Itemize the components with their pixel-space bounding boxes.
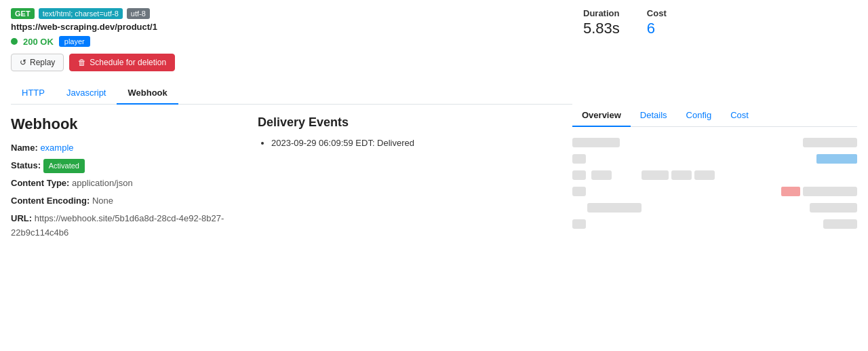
url-label: URL:: [11, 213, 32, 223]
delete-label: Schedule for deletion: [90, 58, 166, 67]
tab-webhook[interactable]: Webhook: [117, 82, 178, 105]
webhook-title: Webhook: [11, 115, 225, 133]
status-code: 200 OK: [23, 37, 54, 47]
request-url: https://web-scraping.dev/product/1: [11, 22, 572, 32]
tab-javascript[interactable]: Javascript: [56, 82, 117, 105]
tab-cost[interactable]: Cost: [721, 105, 758, 127]
tab-overview[interactable]: Overview: [572, 105, 631, 127]
tab-config[interactable]: Config: [677, 105, 722, 127]
player-badge: player: [59, 36, 90, 47]
method-badge: GET: [11, 8, 35, 19]
delivery-item: 2023-09-29 06:09:59 EDT: Delivered: [271, 138, 556, 148]
tab-http[interactable]: HTTP: [11, 82, 56, 105]
activated-badge: Activated: [43, 159, 85, 174]
left-tabs: HTTP Javascript Webhook: [11, 82, 572, 105]
replay-label: Replay: [30, 58, 55, 67]
duration-value: 5.83s: [583, 20, 620, 37]
tag-html-badge: text/html; charset=utf-8: [39, 8, 123, 19]
overview-chart: [572, 135, 857, 229]
tab-details[interactable]: Details: [631, 105, 677, 127]
url-value: https://webhook.site/5b1d6a8d-28cd-4e92-…: [11, 213, 224, 238]
replay-icon: ↺: [20, 58, 26, 67]
delivery-title: Delivery Events: [258, 115, 556, 130]
right-tabs: Overview Details Config Cost: [572, 105, 857, 127]
delete-button[interactable]: 🗑 Schedule for deletion: [69, 54, 175, 71]
name-label: Name:: [11, 143, 38, 153]
tag-utf8-badge: utf-8: [127, 8, 150, 19]
name-value[interactable]: example: [40, 143, 73, 153]
cost-label: Cost: [647, 8, 667, 18]
replay-button[interactable]: ↺ Replay: [11, 54, 64, 71]
trash-icon: 🗑: [78, 58, 86, 67]
content-type-label: Content Type:: [11, 178, 69, 188]
status-dot: [11, 38, 18, 45]
content-encoding-value: None: [92, 196, 113, 206]
content-type-value: application/json: [72, 178, 133, 188]
delivery-list: 2023-09-29 06:09:59 EDT: Delivered: [258, 138, 556, 148]
duration-label: Duration: [583, 8, 620, 18]
content-encoding-label: Content Encoding:: [11, 196, 90, 206]
status-label: Status:: [11, 160, 41, 170]
cost-value[interactable]: 6: [647, 20, 655, 37]
